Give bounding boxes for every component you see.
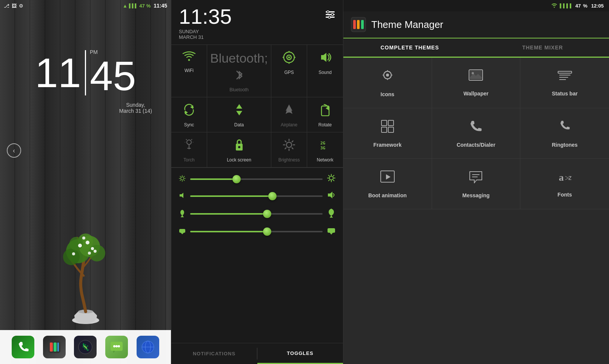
toggle-sync[interactable]: Sync — [171, 97, 207, 132]
theme-cell-messaging[interactable]: Messaging — [432, 159, 521, 209]
lockscreen-icon — [234, 138, 244, 154]
brightness-slider-thumb[interactable] — [232, 175, 241, 183]
theme-cell-ringtones[interactable]: Ringtones — [520, 108, 609, 159]
date-line1: Sunday, — [119, 102, 152, 108]
lockscreen-date: Sunday, March 31 (14) — [119, 102, 152, 114]
toggle-brightness[interactable]: Brightness — [271, 132, 307, 167]
clock-right: PM 45 — [90, 49, 136, 97]
svg-line-59 — [285, 141, 286, 142]
toggle-airplane[interactable]: Airplane — [271, 97, 307, 132]
brightness-slider-track[interactable] — [190, 178, 323, 180]
notification-fill — [190, 231, 267, 232]
notification-slider-track[interactable] — [190, 231, 323, 232]
framework-cell-icon — [380, 119, 395, 137]
svg-rect-91 — [328, 228, 335, 233]
notifications-tab[interactable]: NOTIFICATIONS — [171, 343, 257, 364]
toggle-torch[interactable]: Torch — [171, 132, 207, 167]
bluetooth-label: Bluetooth — [229, 87, 249, 92]
svg-rect-18 — [57, 342, 59, 352]
svg-line-62 — [285, 148, 286, 149]
dock-sms-icon[interactable] — [105, 336, 128, 358]
bootanim-cell-icon — [380, 169, 395, 188]
ringtone-thumb[interactable] — [263, 210, 271, 218]
status-right: ▲ ▌▌▌ 47 % 11:45 — [123, 3, 167, 9]
svg-marker-48 — [236, 111, 242, 115]
usb-icon: ⎇ — [4, 3, 9, 9]
svg-point-93 — [554, 6, 555, 8]
shade-settings-button[interactable] — [325, 9, 335, 22]
volume-max-icon — [327, 191, 335, 201]
svg-point-13 — [94, 250, 97, 253]
notification-thumb[interactable] — [263, 227, 271, 236]
notifications-tab-label: NOTIFICATIONS — [193, 351, 235, 356]
svg-rect-17 — [54, 342, 57, 352]
svg-marker-44 — [321, 53, 326, 62]
toggle-wifi[interactable]: WiFi — [171, 45, 207, 97]
shade-date: SUNDAY MARCH 31 — [179, 29, 232, 40]
airplane-label: Airplane — [281, 122, 297, 127]
toggle-lockscreen[interactable]: Lock screen — [207, 132, 271, 167]
toggle-bluetooth[interactable]: Bluetooth; Bluetooth — [207, 45, 271, 97]
theme-cell-statusbar[interactable]: Status bar — [520, 58, 609, 108]
volume-media-slider-track[interactable] — [190, 195, 323, 197]
ringtone-slider-track[interactable] — [190, 213, 323, 215]
svg-rect-97 — [361, 20, 364, 29]
theme-cell-wallpaper[interactable]: Wallpaper — [432, 58, 521, 108]
theme-cell-icons[interactable]: Icons — [343, 58, 432, 108]
svg-rect-88 — [330, 217, 333, 218]
volume-media-thumb[interactable] — [268, 192, 277, 200]
svg-text:z: z — [568, 174, 572, 181]
ringtone-slider-row — [179, 208, 335, 220]
theme-cell-framework[interactable]: Framework — [343, 108, 432, 159]
svg-text:🦎: 🦎 — [81, 343, 90, 351]
svg-line-70 — [180, 176, 180, 177]
svg-point-39 — [288, 57, 290, 58]
toggle-sound[interactable]: Sound — [307, 45, 343, 97]
toggles-tab[interactable]: TOGGLES — [257, 343, 343, 364]
torch-icon — [185, 138, 193, 154]
dock-phone-icon[interactable] — [12, 336, 34, 358]
complete-themes-label: COMPLETE THEMES — [380, 45, 439, 51]
toggle-gps[interactable]: GPS — [271, 45, 307, 97]
dock-chameleon-icon[interactable]: 🦎 — [74, 336, 97, 358]
svg-point-54 — [286, 142, 292, 147]
icons-cell-icon — [380, 68, 395, 87]
wifi-label: WiFi — [185, 68, 194, 73]
battery-icon: % — [146, 3, 151, 9]
back-arrow-button[interactable]: ‹ — [7, 143, 21, 158]
svg-rect-87 — [331, 216, 332, 217]
brightness-slider-fill — [190, 178, 237, 180]
complete-themes-tab[interactable]: COMPLETE THEMES — [343, 38, 476, 58]
dock-thememanager-icon[interactable] — [43, 336, 66, 358]
svg-point-107 — [472, 72, 474, 74]
bluetooth-symbol — [235, 69, 243, 84]
contacts-cell-icon — [469, 119, 483, 137]
toggle-data[interactable]: Data — [207, 97, 271, 132]
svg-point-24 — [115, 345, 118, 347]
theme-cell-fonts[interactable]: a > z Fonts — [520, 159, 609, 209]
svg-text:3G: 3G — [320, 146, 326, 151]
torch-label: Torch — [183, 157, 194, 163]
svg-line-82 — [329, 180, 329, 181]
theme-cell-bootanim[interactable]: Boot animation — [343, 159, 432, 209]
rotate-icon — [319, 103, 332, 119]
theme-signal-icon: ▌▌▌▌ — [560, 3, 573, 8]
clock-minute: 45 — [90, 55, 136, 97]
volume-media-fill — [190, 195, 272, 197]
svg-point-10 — [91, 247, 94, 250]
svg-point-34 — [331, 14, 334, 16]
svg-rect-86 — [181, 217, 184, 217]
rotate-label: Rotate — [318, 122, 332, 127]
toggle-network[interactable]: 2G 3G Network — [307, 132, 343, 167]
toggle-rotate[interactable]: Rotate — [307, 97, 343, 132]
svg-marker-47 — [236, 104, 242, 109]
theme-cell-contacts[interactable]: Contacts/Dialer — [432, 108, 521, 159]
dock-browser-icon[interactable] — [137, 336, 159, 358]
ring-max-icon — [327, 208, 335, 220]
bonsai-tree — [52, 219, 120, 326]
theme-mixer-tab[interactable]: THEME MIXER — [476, 38, 609, 57]
theme-status-bar: ▌▌▌▌ 47 % 12:05 — [343, 0, 609, 11]
svg-point-33 — [327, 11, 329, 13]
svg-marker-90 — [181, 233, 184, 234]
toggles-tab-label: TOGGLES — [287, 350, 313, 356]
